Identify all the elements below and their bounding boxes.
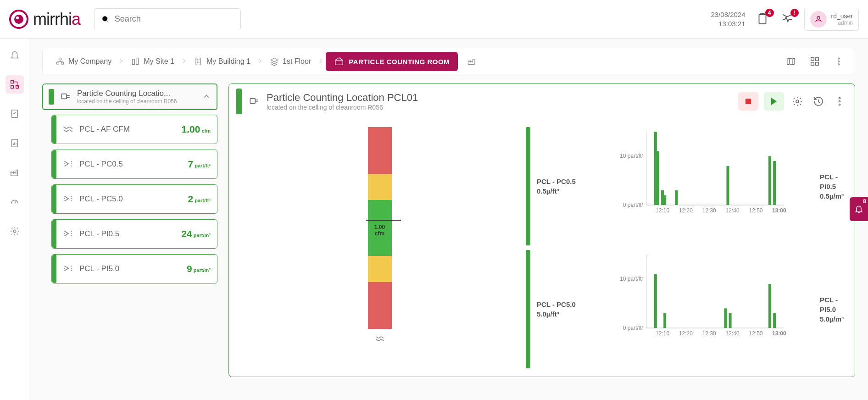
- site-icon: [131, 57, 140, 66]
- svg-rect-13: [136, 58, 139, 65]
- factory-icon: [467, 57, 476, 66]
- svg-rect-16: [816, 58, 818, 61]
- nav-gauge[interactable]: [6, 193, 24, 211]
- nav-equipment[interactable]: [6, 163, 24, 182]
- search-input[interactable]: [115, 14, 234, 24]
- status-bar: [52, 115, 56, 144]
- collapse-toggle[interactable]: [202, 92, 211, 102]
- metric-name: PCL - PI5.0: [79, 264, 119, 273]
- nav-tasks[interactable]: [6, 105, 24, 123]
- crumb-site[interactable]: My Site 1: [126, 54, 179, 69]
- settings-button[interactable]: [790, 94, 805, 109]
- crumb-company[interactable]: My Company: [51, 54, 116, 69]
- svg-point-25: [839, 98, 840, 99]
- particle-icon: [62, 193, 74, 206]
- alert-badge: !: [790, 9, 799, 17]
- topbar: mirrhia 23/08/2024 13:03:21 4 ! rd_user …: [0, 0, 868, 39]
- alarm-tab[interactable]: 8: [850, 197, 868, 221]
- play-button[interactable]: [764, 92, 784, 111]
- hierarchy-icon: [10, 79, 20, 89]
- grid-button[interactable]: [807, 54, 823, 69]
- breadcrumb-bar: My Company My Site 1 My Building 1 1st F…: [42, 48, 855, 75]
- stop-button[interactable]: [738, 92, 758, 111]
- datetime: 23/08/2024 13:03:21: [711, 10, 745, 28]
- user-role: admin: [831, 20, 853, 26]
- gauge-label: 1.00cfm: [368, 224, 392, 237]
- gear-icon: [10, 226, 20, 236]
- nav-reports[interactable]: [6, 134, 24, 152]
- logo-icon: [9, 10, 28, 29]
- svg-text:10 part/ft³: 10 part/ft³: [620, 153, 643, 159]
- crumb-building[interactable]: My Building 1: [189, 54, 255, 69]
- factory-icon: [10, 167, 20, 178]
- map-button[interactable]: [783, 54, 799, 69]
- crumb-room-label: PARTICLE COUNTING ROOM: [349, 58, 450, 66]
- metric-name: PCL - AF CFM: [79, 125, 130, 134]
- user-icon: [814, 15, 823, 23]
- chevron-up-icon: [202, 92, 211, 101]
- user-name: rd_user: [831, 12, 853, 20]
- particle-icon: [62, 158, 74, 171]
- topbar-right: 23/08/2024 13:03:21 4 ! rd_user admin: [711, 8, 859, 31]
- particle-icon: [62, 228, 74, 241]
- app-logo[interactable]: mirrhia: [9, 10, 80, 29]
- metric-item[interactable]: PCL - AF CFM1.00 cfm: [51, 115, 217, 144]
- crumb-sep: [256, 57, 264, 67]
- panel-header: Particle Counting Location PCL01 located…: [229, 84, 855, 119]
- map-icon: [786, 56, 796, 67]
- crumb-equipment[interactable]: [462, 54, 481, 69]
- history-button[interactable]: [811, 94, 826, 109]
- crumb-building-label: My Building 1: [206, 57, 250, 66]
- svg-rect-74: [768, 284, 771, 328]
- metric-value: 7 part/ft³: [188, 159, 211, 170]
- layers-icon: [270, 57, 279, 66]
- user-menu[interactable]: rd_user admin: [804, 8, 859, 31]
- svg-rect-42: [675, 190, 678, 205]
- metric-name: PCL - PC0.5: [79, 160, 123, 169]
- health-button[interactable]: !: [779, 11, 795, 27]
- panel-subtitle: located on the celling of cleanroom R056: [267, 104, 418, 111]
- metric-item[interactable]: PCL - PC0.57 part/ft³: [51, 150, 217, 179]
- location-header[interactable]: Particle Counting Locatio... located on …: [42, 83, 217, 110]
- svg-rect-75: [773, 313, 776, 328]
- svg-rect-22: [61, 94, 67, 99]
- metric-item[interactable]: PCL - PC5.02 part/ft³: [51, 184, 217, 214]
- crumb-floor[interactable]: 1st Floor: [265, 54, 316, 69]
- panel-more-button[interactable]: [832, 94, 847, 109]
- flow-icon: [373, 333, 386, 345]
- side-nav: [0, 39, 29, 400]
- svg-rect-1: [759, 15, 766, 24]
- nav-dashboard[interactable]: [6, 75, 24, 94]
- svg-rect-39: [657, 151, 659, 205]
- metric-item[interactable]: PCL - PI0.524 part/m³: [51, 219, 217, 249]
- chart-plot[interactable]: 0 part/ft³10 part/ft³12:1012:2012:3012:4…: [594, 250, 809, 368]
- chevron-right-icon: [317, 57, 325, 65]
- charts-grid: PCL - PC0.50.5µ/ft³0 part/ft³10 part/ft³…: [229, 119, 855, 377]
- crumb-room[interactable]: PARTICLE COUNTING ROOM: [326, 52, 458, 71]
- svg-rect-3: [11, 81, 13, 83]
- svg-rect-43: [726, 166, 729, 205]
- chart-label: PCL - PI5.05.0µ/m³: [820, 295, 844, 324]
- svg-rect-44: [768, 156, 771, 205]
- chevron-right-icon: [180, 57, 188, 65]
- nav-settings[interactable]: [6, 222, 24, 240]
- alarm-count: 8: [863, 198, 866, 205]
- chart-label: PCL - PI0.50.5µ/m³: [820, 172, 844, 201]
- location-title: Particle Counting Locatio...: [77, 89, 187, 98]
- status-bar: [49, 89, 54, 105]
- chart-plot[interactable]: 0 part/ft³10 part/ft³12:1012:2012:3012:4…: [594, 127, 809, 245]
- svg-rect-15: [811, 58, 814, 61]
- nav-alarms[interactable]: [6, 46, 24, 64]
- svg-text:12:40: 12:40: [726, 330, 740, 337]
- search-box[interactable]: [94, 8, 241, 30]
- location-subtitle: located on the celling of cleanroom R056: [77, 98, 196, 105]
- clipboard-button[interactable]: 4: [755, 11, 770, 27]
- metric-item[interactable]: PCL - PI5.09 part/m³: [51, 254, 217, 283]
- more-button[interactable]: [831, 54, 846, 69]
- svg-point-8: [13, 230, 16, 233]
- svg-point-19: [838, 58, 840, 59]
- chart-label: PCL - PC0.50.5µ/ft³: [537, 177, 587, 196]
- history-icon: [813, 96, 824, 107]
- svg-point-26: [839, 101, 840, 102]
- org-icon: [56, 57, 65, 66]
